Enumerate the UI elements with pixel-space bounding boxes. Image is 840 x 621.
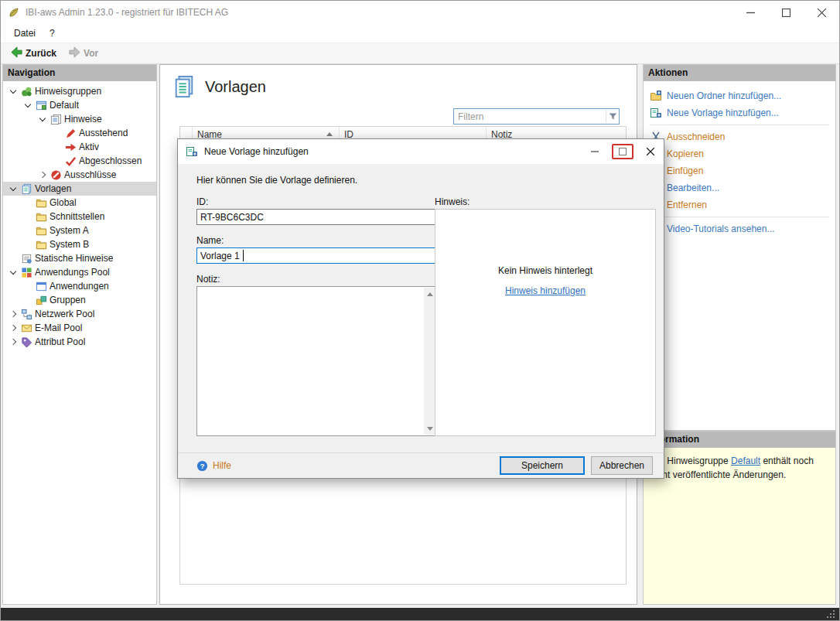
- abbrechen-button[interactable]: Abbrechen: [591, 456, 653, 475]
- action-bearbeiten[interactable]: Bearbeiten...: [644, 179, 835, 196]
- ausschluesse-icon: [50, 169, 62, 181]
- dialog-title: Neue Vorlage hinzufügen: [204, 146, 309, 157]
- maximize-button[interactable]: [768, 1, 804, 24]
- minimize-button[interactable]: [732, 1, 768, 24]
- action-neue-vorlage-hinzufuegen[interactable]: Neue Vorlage hinzufügen...: [644, 104, 835, 121]
- folder-icon: [36, 239, 47, 251]
- menu-help[interactable]: ?: [43, 26, 62, 41]
- back-arrow-icon: [11, 46, 22, 60]
- tree-item-hinweise[interactable]: Hinweise: [3, 112, 156, 126]
- action-ausschneiden[interactable]: Ausschneiden: [644, 128, 835, 145]
- chevron-expanded-icon[interactable]: [8, 86, 19, 97]
- abgeschlossen-icon: [65, 155, 77, 167]
- dialog-maximize-button[interactable]: [612, 144, 633, 159]
- main-title-row: Vorlagen: [172, 74, 266, 99]
- toolbar: Zurück Vor: [1, 43, 839, 64]
- tree-item-global[interactable]: Global: [3, 196, 156, 210]
- chevron-none: [22, 239, 33, 250]
- notiz-textarea[interactable]: [197, 287, 437, 435]
- tree-item-label: Ausstehend: [79, 128, 128, 138]
- action-label: Entfernen: [667, 200, 707, 210]
- chevron-none: [52, 155, 63, 166]
- text-caret: [243, 250, 244, 261]
- information-header: Information: [644, 432, 835, 448]
- chevron-none: [22, 295, 33, 305]
- folder-icon: [36, 225, 47, 237]
- name-field-wrap: [196, 247, 438, 264]
- id-field[interactable]: [196, 209, 438, 225]
- tree-item-label: Ausschlüsse: [64, 169, 116, 180]
- tree-item-schnittstellen[interactable]: Schnittstellen: [3, 210, 156, 223]
- chevron-collapsed-icon[interactable]: [8, 309, 19, 319]
- chevron-expanded-icon[interactable]: [37, 114, 48, 125]
- information-text: Die Hinweisgruppe Default enthält noch n…: [644, 448, 835, 488]
- tree-item-anwendungen[interactable]: Anwendungen: [3, 279, 156, 293]
- window-title: IBI-aws Admin 1.23.0 - registriert für I…: [26, 7, 228, 18]
- action-kopieren[interactable]: Kopieren: [644, 145, 835, 162]
- tree-item-label: E-Mail Pool: [35, 322, 82, 333]
- navigation-header: Navigation: [3, 65, 156, 81]
- notiz-field-label: Notiz:: [196, 274, 220, 285]
- folder-icon: [36, 197, 47, 209]
- tree-item-email-pool[interactable]: E-Mail Pool: [3, 321, 156, 335]
- neue-vorlage-dialog: Neue Vorlage hinzufügen Hier können Sie …: [177, 138, 664, 479]
- action-einfuegen[interactable]: Einfügen: [644, 162, 835, 179]
- close-button[interactable]: [804, 1, 839, 24]
- chevron-collapsed-icon[interactable]: [37, 169, 48, 180]
- dialog-close-button[interactable]: [637, 139, 664, 164]
- resize-grip[interactable]: [827, 609, 836, 618]
- action-label: Video-Tutorials ansehen...: [667, 223, 774, 234]
- chevron-expanded-icon[interactable]: [22, 100, 33, 111]
- hinweisgruppen-icon: [21, 86, 32, 97]
- tree-item-aktiv[interactable]: Aktiv: [3, 140, 156, 154]
- tree-item-label: Vorlagen: [35, 183, 71, 194]
- sort-ascending-icon: [326, 132, 333, 136]
- speichern-button[interactable]: Speichern: [500, 456, 585, 475]
- hinweis-hinzufuegen-link[interactable]: Hinweis hinzufügen: [505, 285, 586, 296]
- chevron-none: [8, 253, 19, 264]
- tree-item-default[interactable]: Default: [3, 98, 156, 112]
- tree-item-gruppen[interactable]: Gruppen: [3, 293, 156, 307]
- tree-item-anwendungs-pool[interactable]: Anwendungs Pool: [3, 265, 156, 279]
- filter-input[interactable]: [454, 110, 606, 123]
- name-field-label: Name:: [196, 235, 224, 246]
- name-field[interactable]: [196, 247, 438, 264]
- chevron-none: [52, 128, 63, 138]
- dialog-minimize-button[interactable]: [582, 139, 608, 164]
- forward-button[interactable]: Vor: [63, 45, 104, 62]
- action-neuen-ordner-hinzufuegen[interactable]: Neuen Ordner hinzufügen...: [644, 87, 835, 104]
- menu-datei[interactable]: Datei: [7, 26, 43, 41]
- tree-item-abgeschlossen[interactable]: Abgeschlossen: [3, 154, 156, 168]
- chevron-collapsed-icon[interactable]: [8, 322, 19, 333]
- actions-separator: [650, 125, 829, 125]
- tree-item-label: Hinweise: [64, 114, 102, 125]
- tree-item-statische-hinweise[interactable]: Statische Hinweise: [3, 251, 156, 265]
- tree-item-ausschluesse[interactable]: Ausschlüsse: [3, 168, 156, 182]
- tree-item-attribut-pool[interactable]: Attribut Pool: [3, 335, 156, 349]
- action-label: Kopieren: [667, 148, 704, 159]
- default-group-link[interactable]: Default: [731, 456, 760, 466]
- tree-item-hinweisgruppen[interactable]: Hinweisgruppen: [3, 84, 156, 98]
- help-icon: ?: [196, 460, 208, 472]
- chevron-none: [52, 142, 63, 152]
- statische-hinweise-icon: [21, 253, 32, 264]
- tree-item-netzwerk-pool[interactable]: Netzwerk Pool: [3, 307, 156, 321]
- actions-panel: Aktionen Neuen Ordner hinzufügen... Neue…: [643, 64, 836, 431]
- help-link[interactable]: ? Hilfe: [196, 460, 231, 472]
- action-video-tutorials-ansehen[interactable]: Video-Tutorials ansehen...: [644, 220, 835, 237]
- tree-item-system-a[interactable]: System A: [3, 223, 156, 237]
- page-title: Vorlagen: [205, 78, 266, 96]
- filter-funnel-icon[interactable]: [606, 110, 619, 123]
- default-group-icon: [36, 100, 47, 111]
- chevron-collapsed-icon[interactable]: [8, 336, 19, 347]
- dialog-titlebar: Neue Vorlage hinzufügen: [178, 139, 664, 164]
- tree-item-label: Netzwerk Pool: [35, 309, 94, 319]
- chevron-expanded-icon[interactable]: [8, 267, 19, 278]
- back-button[interactable]: Zurück: [5, 45, 62, 62]
- tree-item-vorlagen[interactable]: Vorlagen: [3, 182, 156, 196]
- dialog-controls: [582, 139, 664, 164]
- tree-item-system-b[interactable]: System B: [3, 237, 156, 251]
- tree-item-ausstehend[interactable]: Ausstehend: [3, 126, 156, 140]
- action-entfernen[interactable]: Entfernen: [644, 196, 835, 213]
- chevron-expanded-icon[interactable]: [8, 183, 19, 194]
